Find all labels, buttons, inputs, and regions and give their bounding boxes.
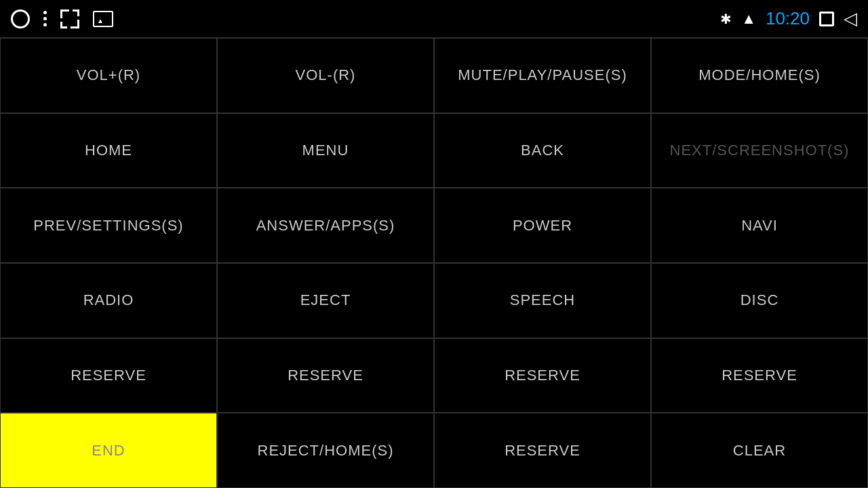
- grid-button-8[interactable]: NEXT/SCREENSHOT(S): [651, 113, 868, 188]
- grid-button-5[interactable]: HOME: [0, 113, 217, 188]
- grid-button-23[interactable]: RESERVE: [434, 413, 651, 488]
- back-icon: ◁: [844, 8, 857, 29]
- status-bar-left-icons: [11, 9, 113, 28]
- button-grid: VOL+(R)VOL-(R)MUTE/PLAY/PAUSE(S)MODE/HOM…: [0, 37, 868, 488]
- grid-button-11[interactable]: POWER: [434, 188, 651, 263]
- wifi-icon: ▲: [741, 10, 756, 28]
- time-display: 10:20: [766, 8, 810, 29]
- grid-button-18[interactable]: RESERVE: [217, 338, 434, 413]
- grid-button-1[interactable]: VOL+(R): [0, 38, 217, 113]
- grid-button-3[interactable]: MUTE/PLAY/PAUSE(S): [434, 38, 651, 113]
- grid-button-20[interactable]: RESERVE: [651, 338, 868, 413]
- grid-button-9[interactable]: PREV/SETTINGS(S): [0, 188, 217, 263]
- bluetooth-icon: ✱: [720, 11, 732, 27]
- image-icon: [93, 11, 113, 27]
- grid-button-10[interactable]: ANSWER/APPS(S): [217, 188, 434, 263]
- recent-apps-icon: [819, 12, 834, 26]
- grid-button-6[interactable]: MENU: [217, 113, 434, 188]
- status-bar: ✱ ▲ 10:20 ◁: [0, 0, 868, 37]
- grid-button-13[interactable]: RADIO: [0, 263, 217, 338]
- grid-button-4[interactable]: MODE/HOME(S): [651, 38, 868, 113]
- grid-button-15[interactable]: SPEECH: [434, 263, 651, 338]
- grid-button-17[interactable]: RESERVE: [0, 338, 217, 413]
- home-circle-icon: [11, 9, 30, 28]
- grid-button-2[interactable]: VOL-(R): [217, 38, 434, 113]
- status-bar-right-icons: ✱ ▲ 10:20 ◁: [720, 8, 857, 29]
- grid-button-14[interactable]: EJECT: [217, 263, 434, 338]
- grid-button-16[interactable]: DISC: [651, 263, 868, 338]
- grid-button-24[interactable]: CLEAR: [651, 413, 868, 488]
- more-options-icon: [43, 11, 47, 26]
- grid-button-12[interactable]: NAVI: [651, 188, 868, 263]
- grid-button-22[interactable]: REJECT/HOME(S): [217, 413, 434, 488]
- grid-button-21[interactable]: END: [0, 413, 217, 488]
- focus-icon: [60, 9, 79, 28]
- grid-button-19[interactable]: RESERVE: [434, 338, 651, 413]
- grid-button-7[interactable]: BACK: [434, 113, 651, 188]
